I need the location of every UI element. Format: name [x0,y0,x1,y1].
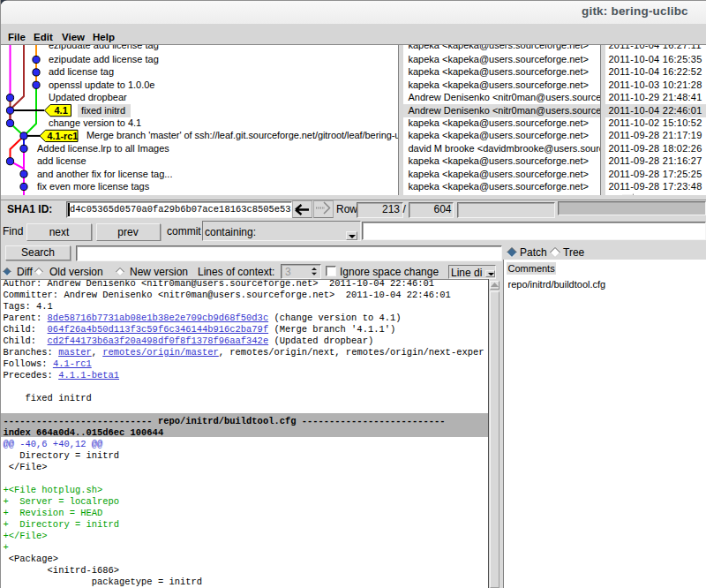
svg-text:4.1: 4.1 [55,105,68,116]
svg-text:4.1-rc1: 4.1-rc1 [48,131,79,141]
